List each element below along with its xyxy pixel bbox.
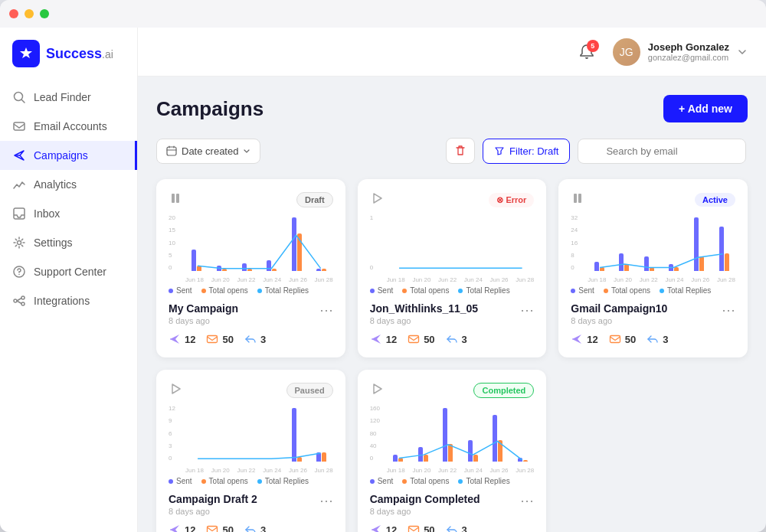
y-label: 160	[370, 405, 385, 412]
maximize-btn[interactable]	[40, 9, 49, 18]
card-play-pause[interactable]	[370, 382, 384, 399]
y-label: 0	[169, 455, 184, 462]
sidebar-item-lead-finder[interactable]: Lead Finder	[0, 83, 137, 112]
reply-stat-icon	[446, 524, 458, 532]
search-input[interactable]	[578, 139, 746, 164]
integrations-icon	[12, 294, 26, 308]
bar-group	[512, 458, 535, 462]
chart-bars	[185, 214, 333, 271]
legend-dot-blue	[458, 479, 463, 484]
bar-group	[688, 217, 711, 271]
bar-group	[411, 447, 434, 462]
card-play-pause[interactable]	[169, 382, 182, 399]
mail-stat-icon	[408, 333, 420, 345]
y-label: 20	[169, 214, 184, 221]
stat-replies-value: 3	[260, 334, 266, 345]
bar-group	[260, 260, 283, 271]
bar-purple	[418, 447, 423, 462]
legend-opens-label: Total opens	[410, 477, 449, 485]
campaign-stats: 12 50 3	[169, 524, 333, 532]
stat-sent: 12	[370, 524, 397, 532]
x-labels-row: Jun 18Jun 20Jun 22Jun 24Jun 26Jun 28	[185, 276, 333, 283]
campaign-stats: 12 50 3	[169, 333, 333, 345]
x-label: Jun 26	[289, 467, 307, 474]
x-label: Jun 18	[588, 276, 606, 283]
y-label: 0	[571, 264, 586, 271]
bar-group	[285, 408, 308, 462]
bar-group	[387, 455, 410, 462]
close-btn[interactable]	[9, 9, 18, 18]
bar-orange	[322, 452, 326, 462]
legend-dot-purple	[169, 479, 173, 484]
chart-y-labels: 129630	[169, 405, 184, 462]
x-label: Jun 20	[412, 467, 430, 474]
sidebar-item-integrations[interactable]: Integrations	[0, 286, 137, 315]
campaign-date: 8 days ago	[370, 316, 479, 325]
stat-sent-value: 12	[185, 524, 195, 533]
sidebar-item-campaigns[interactable]: Campaigns	[0, 141, 137, 170]
card-header: Active	[571, 191, 735, 208]
y-label: 10	[169, 240, 184, 246]
bar-orange	[624, 264, 629, 271]
notifications-badge: 5	[587, 40, 599, 52]
sidebar-item-email-accounts[interactable]: Email Accounts	[0, 112, 137, 141]
bar-purple	[217, 266, 221, 271]
svg-point-6	[14, 299, 17, 302]
svg-rect-9	[167, 147, 176, 155]
card-play-pause[interactable]	[370, 191, 384, 208]
more-options-button[interactable]: ⋯	[520, 494, 534, 508]
status-badge: Draft	[296, 192, 333, 207]
stat-replies: 3	[647, 333, 668, 345]
send-stat-icon	[571, 333, 583, 345]
sidebar: Success.ai Lead Finder Email Accounts	[0, 28, 138, 532]
x-label: Jun 18	[387, 467, 405, 474]
minimize-btn[interactable]	[25, 9, 34, 18]
campaign-name: Campaign Completed	[370, 493, 480, 505]
legend-dot-orange	[402, 289, 407, 293]
x-label: Jun 28	[717, 276, 735, 283]
bar-purple	[242, 263, 247, 272]
x-label: Jun 24	[464, 276, 483, 283]
user-menu[interactable]: JG Joseph Gonzalez gonzalez@gmail.com	[613, 38, 748, 66]
more-options-button[interactable]: ⋯	[722, 303, 735, 317]
notifications-button[interactable]: 5	[573, 38, 601, 66]
legend-row: Sent Total opens Total Replies	[571, 286, 735, 295]
legend-sent-label: Sent	[578, 286, 594, 295]
date-filter-button[interactable]: Date created	[156, 139, 260, 164]
legend-replies: Total Replies	[660, 286, 711, 295]
svg-point-0	[15, 93, 23, 101]
x-label: Jun 20	[211, 276, 230, 283]
x-label: Jun 26	[490, 467, 509, 474]
logo-text: Success.ai	[46, 46, 113, 62]
chart-area: 16012080400 Jun 18Jun 20Jun 22Jun 24Jun …	[370, 405, 535, 474]
reply-stat-icon	[244, 524, 257, 532]
status-badge: Completed	[473, 383, 534, 398]
more-options-button[interactable]: ⋯	[319, 494, 333, 508]
add-new-button[interactable]: + Add new	[663, 95, 748, 122]
card-play-pause[interactable]	[169, 191, 182, 208]
send-stat-icon	[370, 333, 382, 345]
bar-purple	[192, 250, 196, 271]
delete-button[interactable]	[446, 138, 475, 164]
more-options-button[interactable]: ⋯	[319, 303, 333, 317]
y-label: 40	[370, 442, 385, 449]
sidebar-item-inbox[interactable]: Inbox	[0, 199, 137, 228]
stat-replies-value: 3	[663, 334, 668, 345]
chart-y-labels: 16012080400	[370, 405, 385, 462]
bar-group	[613, 253, 636, 271]
more-options-button[interactable]: ⋯	[520, 303, 534, 317]
chart-icon	[12, 178, 26, 191]
chart-area: 10 Jun 18Jun 20Jun 22Jun 24Jun 26Jun 28	[370, 214, 535, 283]
filter-draft-button[interactable]: Filter: Draft	[483, 139, 570, 164]
sidebar-label-campaigns: Campaigns	[34, 149, 88, 162]
stat-opens: 50	[408, 524, 434, 532]
sidebar-item-settings[interactable]: Settings	[0, 228, 137, 257]
chart-bars	[387, 214, 535, 271]
sidebar-item-support[interactable]: Support Center	[0, 257, 137, 286]
card-header: ⊗ Error	[370, 191, 535, 208]
card-play-pause[interactable]	[571, 191, 584, 208]
card-title-row: Jon_Withlinks_11_05 8 days ago ⋯	[370, 295, 535, 325]
stat-opens-value: 50	[625, 334, 636, 345]
sidebar-item-analytics[interactable]: Analytics	[0, 170, 137, 199]
bar-group	[185, 250, 208, 271]
